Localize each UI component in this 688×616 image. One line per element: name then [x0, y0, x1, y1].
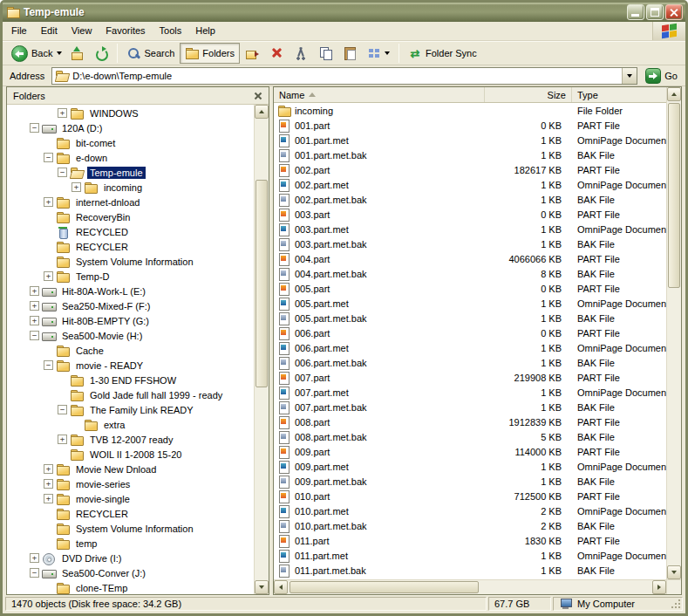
tree-expander[interactable]: +	[44, 479, 53, 489]
move-to-button[interactable]	[240, 43, 264, 64]
tree-expander[interactable]: −	[58, 405, 67, 414]
tree-item[interactable]: WOIL II 1-2008 15-20	[7, 447, 254, 462]
tree-expander[interactable]: −	[30, 568, 39, 578]
tree-item[interactable]: System Volume Information	[7, 254, 254, 269]
tree-item[interactable]: Cache	[7, 343, 254, 358]
file-row[interactable]: 004.part 4066066 KB PART File	[274, 251, 666, 266]
scroll-right-button[interactable]	[652, 580, 666, 594]
tree-item[interactable]: + DVD Drive (I:)	[7, 551, 254, 565]
list-horizontal-scrollbar[interactable]	[274, 580, 666, 594]
menu-help[interactable]: Help	[188, 22, 222, 40]
tree-item[interactable]: + Sea250-Mixed-F (F:)	[7, 298, 254, 313]
back-button[interactable]: Back	[6, 43, 58, 64]
file-row[interactable]: 009.part.met 1 KB OmniPage Document	[274, 459, 666, 474]
file-row[interactable]: 001.part.met.bak 1 KB BAK File	[274, 147, 666, 162]
list-scrollbar[interactable]	[666, 87, 681, 579]
views-button[interactable]	[362, 43, 395, 64]
tree-item[interactable]: + internet-dnload	[7, 195, 254, 209]
tree-item[interactable]: + Hit-80B-EMPTY (G:)	[7, 313, 254, 328]
file-row[interactable]: 003.part 0 KB PART File	[274, 207, 666, 222]
file-row[interactable]: 007.part.met 1 KB OmniPage Document	[274, 385, 666, 400]
resize-grip[interactable]	[671, 599, 682, 610]
column-header-name[interactable]: Name	[274, 87, 485, 102]
search-button[interactable]: Search	[121, 43, 180, 64]
menu-view[interactable]: View	[65, 22, 99, 40]
file-row[interactable]: 002.part.met.bak 1 KB BAK File	[274, 192, 666, 207]
file-row[interactable]: 005.part 0 KB PART File	[274, 281, 666, 296]
file-row[interactable]: 007.part.met.bak 1 KB BAK File	[274, 400, 666, 414]
tree-item[interactable]: clone-TEmp	[7, 580, 254, 594]
cut-button[interactable]	[289, 43, 313, 64]
tree-item[interactable]: RECYCLED	[7, 224, 254, 239]
tree-expander[interactable]: −	[58, 168, 67, 177]
maximize-button[interactable]	[646, 4, 664, 20]
scroll-thumb[interactable]	[668, 103, 680, 288]
close-button[interactable]	[665, 4, 683, 20]
tree-expander[interactable]: +	[58, 435, 67, 444]
column-header-type[interactable]: Type	[572, 87, 666, 102]
tree-item[interactable]: − Sea500-Conver (J:)	[7, 565, 254, 580]
file-row[interactable]: 008.part 1912839 KB PART File	[274, 414, 666, 429]
tree-item[interactable]: − 120A (D:)	[7, 120, 254, 135]
tree-item[interactable]: temp	[7, 536, 254, 551]
scroll-down-button[interactable]	[255, 580, 269, 594]
tree-expander[interactable]: +	[30, 316, 39, 325]
tree-item[interactable]: extra	[7, 417, 254, 432]
file-row[interactable]: 003.part.met 1 KB OmniPage Document	[274, 222, 666, 236]
file-row[interactable]: 002.part.met 1 KB OmniPage Document	[274, 177, 666, 192]
tree-item[interactable]: − movie - READY	[7, 358, 254, 373]
scroll-track[interactable]	[255, 119, 269, 580]
menu-favorites[interactable]: Favorites	[99, 22, 152, 40]
tree-item[interactable]: 1-30 END FFSHOW	[7, 373, 254, 387]
scroll-track[interactable]	[667, 101, 681, 565]
titlebar[interactable]: Temp-emule	[3, 3, 685, 22]
file-row[interactable]: 001.part 0 KB PART File	[274, 118, 666, 133]
tree-expander[interactable]: −	[30, 123, 39, 133]
file-row[interactable]: 010.part.met.bak 2 KB BAK File	[274, 518, 666, 533]
tree-item[interactable]: System Volume Information	[7, 521, 254, 536]
paste-button[interactable]	[337, 43, 362, 64]
folder-sync-button[interactable]: Folder Sync	[403, 43, 482, 64]
file-row[interactable]: 005.part.met 1 KB OmniPage Document	[274, 296, 666, 311]
up-button[interactable]	[65, 43, 89, 64]
tree-item[interactable]: + WINDOWS	[7, 106, 254, 120]
scroll-up-button[interactable]	[255, 105, 269, 119]
scroll-thumb[interactable]	[290, 581, 479, 593]
tree-expander[interactable]: −	[44, 153, 53, 162]
minimize-button[interactable]	[627, 4, 644, 20]
address-input[interactable]: D:\e-down\Temp-emule	[51, 67, 637, 85]
file-row[interactable]: 010.part.met 2 KB OmniPage Document	[274, 503, 666, 518]
tree-item[interactable]: − Temp-emule	[7, 165, 254, 180]
tree-expander[interactable]: −	[44, 360, 53, 370]
file-row[interactable]: 009.part.met.bak 1 KB BAK File	[274, 474, 666, 489]
file-row[interactable]: 001.part.met 1 KB OmniPage Document	[274, 133, 666, 147]
tree-item[interactable]: − e-down	[7, 150, 254, 165]
menu-tools[interactable]: Tools	[153, 22, 189, 40]
file-row[interactable]: 010.part 712500 KB PART File	[274, 489, 666, 503]
tree-expander[interactable]: +	[30, 553, 39, 563]
tree-expander[interactable]: +	[44, 271, 53, 281]
go-button[interactable]: Go	[642, 68, 681, 84]
tree-scrollbar[interactable]	[254, 105, 269, 594]
file-row[interactable]: 008.part.met.bak 5 KB BAK File	[274, 429, 666, 444]
tree-expander[interactable]: +	[44, 494, 53, 503]
tree-expander[interactable]: +	[58, 108, 67, 118]
tree-item[interactable]: bit-comet	[7, 135, 254, 150]
folders-panel-close-button[interactable]	[252, 90, 264, 102]
folders-button[interactable]: Folders	[180, 43, 240, 64]
tree-item[interactable]: Gold Jade full hall 1999 - ready	[7, 387, 254, 402]
file-row[interactable]: 011.part.met.bak 1 KB BAK File	[274, 563, 666, 578]
tree-expander[interactable]: +	[72, 182, 81, 192]
tree-item[interactable]: + Temp-D	[7, 269, 254, 284]
tree-item[interactable]: + movie-single	[7, 491, 254, 506]
delete-button[interactable]	[264, 43, 289, 64]
scroll-track[interactable]	[288, 580, 652, 594]
tree-item[interactable]: + TVB 12-2007 ready	[7, 432, 254, 447]
tree-item[interactable]: RECYCLER	[7, 239, 254, 254]
tree-item[interactable]: + Movie New Dnload	[7, 462, 254, 476]
menu-edit[interactable]: Edit	[34, 22, 65, 40]
copy-button[interactable]	[313, 43, 337, 64]
file-row[interactable]: 006.part.met 1 KB OmniPage Document	[274, 340, 666, 355]
tree-item[interactable]: + Hit-80A-Work-L (E:)	[7, 284, 254, 298]
refresh-button[interactable]	[89, 43, 113, 64]
